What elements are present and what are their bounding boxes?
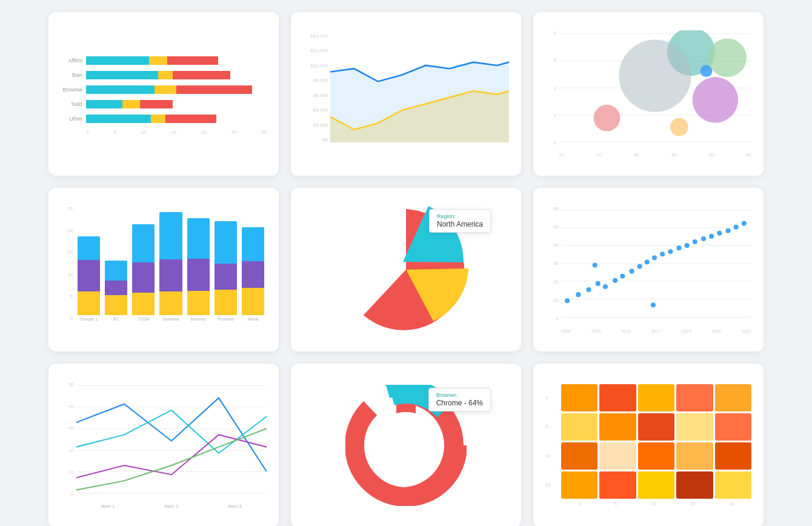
sbar-ylabel-1: 20 (67, 228, 73, 233)
sbar-xlabel-4: Summer (190, 317, 206, 321)
svg-point-22 (576, 292, 581, 297)
svg-point-11 (701, 65, 713, 77)
bubble-xlabel-0: 10 (559, 152, 564, 158)
area-ylabel-5: $4,000 (313, 107, 328, 113)
svg-point-8 (708, 39, 747, 78)
heatmap-cell (561, 384, 597, 411)
heatmap-cell (638, 413, 674, 441)
multiline-xlabel-1: Item 2 (165, 504, 178, 509)
svg-point-33 (668, 249, 673, 254)
sbar-xlabel-3: Semaine (162, 317, 179, 321)
bubble-xlabel-5: 60 (746, 152, 751, 158)
heatmap-cell (638, 442, 674, 470)
hbar-axis-0: 0 (86, 130, 88, 135)
heatmap-cell (599, 442, 636, 470)
multiline-chart: 50 40 30 20 10 0 (61, 382, 267, 509)
sbar-xlabel-1: R1 (113, 317, 119, 321)
bubble-svg (559, 30, 751, 145)
card-pie: Region: North America (291, 188, 521, 351)
card-donut: Browser: Chrome - 64% (291, 364, 521, 526)
svg-point-40 (725, 228, 730, 233)
multiline-xlabel-0: Item 1 (101, 504, 115, 509)
heatmap-cell (599, 471, 636, 499)
card-scatter: 60 50 40 30 20 10 0 (533, 188, 764, 351)
donut-tooltip: Browser: Chrome - 64% (428, 388, 491, 411)
bubble-ylabel-0: 4 (554, 30, 556, 36)
svg-point-38 (709, 234, 714, 239)
heatmap-cell (638, 384, 674, 411)
pie-tooltip-label: Region: (437, 213, 483, 219)
card-sbar: 25 20 15 10 5 0 Groupe 1 (48, 188, 279, 351)
hbar-label-0: Affirm (61, 58, 82, 64)
bubble-ylabel-1: 3 (554, 58, 556, 63)
heatmap-cell (599, 413, 636, 441)
sbar-ylabel-3: 10 (67, 272, 73, 278)
area-svg (330, 33, 509, 142)
svg-point-31 (652, 255, 657, 260)
card-hbar: Affirm Barr Brownie (48, 12, 279, 176)
area-ylabel-3: $8,000 (313, 78, 328, 83)
card-multiline: 50 40 30 20 10 0 (48, 364, 279, 526)
svg-point-23 (587, 287, 591, 292)
sbar-ylabel-5: 0 (70, 316, 73, 321)
sbar-ylabel-4: 5 (70, 294, 73, 299)
heatmap-cell (561, 442, 597, 470)
svg-point-35 (685, 243, 690, 248)
hbar-label-4: Uther (61, 116, 82, 122)
svg-point-26 (613, 278, 617, 283)
card-area: $14,000 $12,000 $10,000 $8,000 $6,000 $4… (291, 12, 521, 176)
bubble-ylabel-2: 2 (554, 85, 556, 91)
heatmap-cell (676, 384, 713, 411)
svg-point-21 (565, 298, 570, 303)
heatmap-cell (676, 442, 713, 470)
sbar-xlabel-6: Jaune (247, 317, 259, 321)
heatmap-cell (715, 413, 751, 441)
heatmap-cell (715, 384, 751, 411)
pie-tooltip: Region: North America (429, 209, 491, 233)
bubble-ylabel-4: 0 (554, 140, 556, 145)
pie-wrap: Region: North America (339, 203, 473, 336)
sbar-xlabel-0: Groupe 1 (80, 317, 98, 321)
svg-point-25 (603, 284, 608, 289)
svg-point-29 (637, 264, 642, 269)
chart-grid: Affirm Barr Brownie (48, 12, 764, 526)
bubble-xlabel-3: 40 (671, 152, 676, 158)
hbar-label-3: Todd (61, 101, 82, 107)
area-ylabel-6: $2,000 (313, 122, 328, 128)
svg-point-32 (660, 251, 665, 256)
area-ylabel-0: $14,000 (310, 33, 328, 39)
svg-point-34 (676, 245, 681, 250)
svg-point-41 (734, 225, 739, 230)
multiline-svg (76, 382, 267, 497)
area-ylabel-2: $10,000 (310, 63, 328, 68)
heatmap-cell (676, 413, 713, 441)
svg-point-10 (693, 77, 739, 123)
heatmap-cell (599, 384, 636, 411)
heatmap-cell (676, 471, 713, 499)
sbar-ylabel-2: 15 (67, 250, 73, 255)
card-bubble: 4 3 2 1 0 (533, 12, 764, 176)
svg-point-24 (596, 281, 601, 286)
heatmap-chart: 0 5 10 15 (545, 376, 751, 515)
donut-tooltip-value: Chrome - 64% (436, 399, 483, 407)
svg-point-39 (717, 231, 722, 236)
sbar-xlabel-5: Province (218, 317, 234, 321)
svg-point-42 (742, 221, 747, 226)
bubble-xlabel-1: 20 (596, 152, 602, 158)
area-ylabel-4: $6,000 (313, 93, 328, 98)
card-heatmap: 0 5 10 15 (533, 364, 764, 526)
hbar-axis-1: 5 (113, 130, 116, 135)
heatmap-cell (638, 471, 674, 499)
svg-point-12 (594, 105, 621, 132)
bubble-xlabel-2: 30 (634, 152, 639, 158)
heatmap-cell (715, 471, 751, 499)
svg-point-30 (645, 259, 650, 264)
svg-point-43 (651, 302, 656, 307)
hbar-axis-3: 15 (171, 130, 176, 135)
sbar-xlabel-2: COSe (138, 317, 149, 321)
hbar-label-2: Brownie (61, 87, 82, 93)
svg-point-55 (373, 412, 439, 479)
heatmap-cell (715, 442, 751, 470)
sbar-chart: 25 20 15 10 5 0 Groupe 1 (61, 206, 267, 333)
scatter-svg (561, 206, 751, 321)
